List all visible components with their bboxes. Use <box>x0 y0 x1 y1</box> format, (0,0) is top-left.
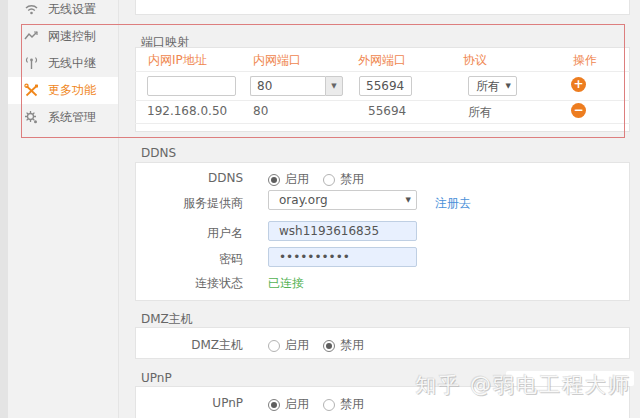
column-header-internal-ip: 内网IP地址 <box>148 52 207 69</box>
register-link[interactable]: 注册去 <box>435 195 471 212</box>
upnp-enable-radio[interactable] <box>268 399 280 411</box>
rule-protocol: 所有 <box>468 104 492 121</box>
password-input[interactable] <box>268 247 417 267</box>
watermark: 知乎 @弱电工程大师 <box>415 371 631 399</box>
internal-port-dropdown-button[interactable]: ▼ <box>325 76 343 96</box>
protocol-select[interactable]: 所有 ▼ <box>468 76 517 96</box>
wifi-icon <box>24 2 39 17</box>
username-input[interactable] <box>268 221 417 241</box>
connection-status-label: 连接状态 <box>135 275 243 292</box>
upnp-disable-radio[interactable] <box>323 399 335 411</box>
sidebar-item-more-features[interactable]: 更多功能 <box>8 77 118 104</box>
ddns-enable-radio[interactable] <box>268 174 280 186</box>
delete-rule-button[interactable]: − <box>571 103 586 118</box>
provider-label: 服务提供商 <box>135 195 243 212</box>
sidebar-item-label: 无线中继 <box>48 55 96 72</box>
sidebar-item-label: 网速控制 <box>48 28 96 45</box>
chevron-down-icon: ▼ <box>401 196 416 204</box>
internal-port-combo: ▼ <box>250 76 343 96</box>
sidebar-item-label: 系统管理 <box>48 109 96 126</box>
connection-status-value: 已连接 <box>268 275 304 292</box>
upnp-disable-label: 禁用 <box>340 396 364 413</box>
add-rule-button[interactable]: + <box>571 77 586 92</box>
row-divider <box>135 100 630 101</box>
dmz-title: DMZ主机 <box>141 311 193 328</box>
rule-external-port: 55694 <box>368 104 406 118</box>
sidebar-item-system-management[interactable]: 系统管理 <box>8 104 118 131</box>
ddns-label: DDNS <box>135 171 243 185</box>
ddns-title: DDNS <box>141 146 176 160</box>
sidebar-edge-strip <box>0 0 8 418</box>
ddns-radio-group: 启用 禁用 <box>268 171 378 188</box>
dmz-radio-group: 启用 禁用 <box>268 337 378 354</box>
sidebar: 无线设置 网速控制 无线中继 更多功能 系统管理 <box>0 0 119 418</box>
internal-port-input[interactable] <box>250 76 325 96</box>
ddns-disable-label: 禁用 <box>340 171 364 188</box>
sidebar-item-wireless-settings[interactable]: 无线设置 <box>8 0 118 23</box>
previous-section-card-partial <box>135 0 630 15</box>
protocol-select-value: 所有 <box>469 78 501 95</box>
external-port-input[interactable] <box>359 76 412 96</box>
upnp-label: UPnP <box>135 396 243 410</box>
chevron-down-icon: ▼ <box>501 82 516 90</box>
ddns-enable-label: 启用 <box>285 171 309 188</box>
dmz-enable-radio[interactable] <box>268 340 280 352</box>
header-divider <box>135 71 630 72</box>
upnp-enable-label: 启用 <box>285 396 309 413</box>
antenna-icon <box>24 56 39 71</box>
sidebar-item-label: 更多功能 <box>48 82 96 99</box>
dmz-enable-label: 启用 <box>285 337 309 354</box>
rule-internal-ip: 192.168.0.50 <box>147 104 227 118</box>
column-header-internal-port: 内网端口 <box>253 52 301 69</box>
provider-select-value: oray.org <box>269 193 401 207</box>
plus-icon: + <box>573 78 583 90</box>
column-header-protocol: 协议 <box>463 52 487 69</box>
provider-select[interactable]: oray.org ▼ <box>268 190 417 210</box>
tools-icon <box>24 83 39 98</box>
column-header-external-port: 外网端口 <box>358 52 406 69</box>
password-label: 密码 <box>135 251 243 268</box>
dmz-label: DMZ主机 <box>135 337 243 354</box>
upnp-title: UPnP <box>141 371 172 385</box>
sidebar-item-speed-control[interactable]: 网速控制 <box>8 23 118 50</box>
rule-internal-port: 80 <box>253 104 268 118</box>
gear-icon <box>24 110 39 125</box>
speed-chart-icon <box>24 29 39 44</box>
sidebar-item-wireless-repeater[interactable]: 无线中继 <box>8 50 118 77</box>
dmz-disable-radio[interactable] <box>323 340 335 352</box>
sidebar-item-label: 无线设置 <box>48 1 96 18</box>
minus-icon: − <box>573 104 583 116</box>
upnp-radio-group: 启用 禁用 <box>268 396 378 413</box>
ddns-disable-radio[interactable] <box>323 174 335 186</box>
dmz-disable-label: 禁用 <box>340 337 364 354</box>
chevron-down-icon: ▼ <box>331 82 336 90</box>
column-header-action: 操作 <box>573 52 597 69</box>
router-admin-screen: 无线设置 网速控制 无线中继 更多功能 系统管理 <box>0 0 640 418</box>
row-divider <box>135 123 630 124</box>
username-label: 用户名 <box>135 225 243 242</box>
internal-ip-input[interactable] <box>147 76 236 96</box>
